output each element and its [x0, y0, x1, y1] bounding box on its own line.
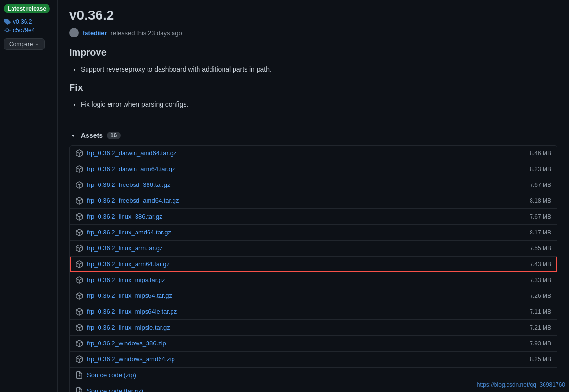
asset-left: Source code (zip): [75, 371, 136, 379]
sidebar: Latest release v0.36.2 c5c79e4 Compare: [0, 0, 58, 392]
asset-left: frp_0.36.2_linux_amd64.tar.gz: [75, 229, 171, 236]
asset-row[interactable]: frp_0.36.2_linux_arm.tar.gz 7.55 MB: [70, 241, 557, 257]
asset-left: Source code (tar.gz): [75, 387, 143, 392]
source-code-zip[interactable]: Source code (zip): [70, 368, 557, 383]
avatar: f: [69, 28, 79, 37]
fix-list: Fix logic error when parsing configs.: [69, 99, 557, 110]
package-icon: [75, 260, 83, 268]
asset-size: 7.33 MB: [530, 277, 551, 283]
watermark: https://blog.csdn.net/qq_36981760: [477, 381, 565, 388]
asset-left: frp_0.36.2_linux_arm.tar.gz: [75, 245, 163, 252]
asset-size: 8.46 MB: [530, 150, 551, 157]
package-icon: [75, 324, 83, 331]
release-timestamp: released this 23 days ago: [111, 29, 182, 37]
asset-filename: frp_0.36.2_linux_mipsle.tar.gz: [87, 324, 170, 331]
asset-filename: frp_0.36.2_linux_arm.tar.gz: [87, 245, 163, 252]
asset-size: 8.18 MB: [530, 197, 551, 204]
asset-row[interactable]: frp_0.36.2_darwin_arm64.tar.gz 8.23 MB: [70, 161, 557, 177]
asset-left: frp_0.36.2_linux_mipsle.tar.gz: [75, 324, 170, 331]
latest-release-badge: Latest release: [4, 4, 50, 13]
asset-row[interactable]: frp_0.36.2_linux_mips64le.tar.gz 7.11 MB: [70, 304, 557, 320]
asset-row[interactable]: frp_0.36.2_freebsd_386.tar.gz 7.67 MB: [70, 177, 557, 193]
package-icon: [75, 340, 83, 347]
commit-label: c5c79e4: [13, 27, 35, 34]
sidebar-tag[interactable]: v0.36.2: [4, 18, 53, 25]
asset-size: 7.11 MB: [530, 308, 551, 315]
divider: [69, 122, 557, 122]
asset-row[interactable]: frp_0.36.2_windows_amd64.zip 8.25 MB: [70, 352, 557, 368]
asset-size: 7.67 MB: [530, 182, 551, 188]
asset-size: 8.17 MB: [530, 229, 551, 236]
chevron-down-icon: [35, 42, 39, 47]
asset-size: 7.55 MB: [530, 245, 551, 252]
asset-left: frp_0.36.2_darwin_arm64.tar.gz: [75, 165, 175, 173]
asset-left: frp_0.36.2_windows_386.zip: [75, 340, 166, 347]
source-code-zip-label: Source code (zip): [87, 371, 136, 379]
package-icon: [75, 292, 83, 300]
release-body: Improve Support reverseproxy to dashboar…: [69, 47, 557, 110]
asset-size: 7.43 MB: [530, 261, 551, 268]
asset-filename: frp_0.36.2_windows_386.zip: [87, 340, 166, 347]
asset-size: 8.23 MB: [530, 166, 551, 172]
asset-size: 8.25 MB: [530, 356, 551, 363]
main-content: v0.36.2 f fatediier released this 23 day…: [58, 0, 569, 392]
asset-size: 7.93 MB: [530, 340, 551, 347]
release-author[interactable]: fatediier: [83, 29, 107, 37]
package-icon: [75, 245, 83, 252]
assets-header[interactable]: Assets 16: [69, 132, 557, 139]
package-icon: [75, 276, 83, 284]
asset-left: frp_0.36.2_darwin_amd64.tar.gz: [75, 149, 176, 157]
asset-left: frp_0.36.2_freebsd_amd64.tar.gz: [75, 197, 179, 205]
asset-filename: frp_0.36.2_linux_mips64le.tar.gz: [87, 308, 177, 315]
file-zip-icon: [75, 387, 83, 392]
asset-row[interactable]: frp_0.36.2_linux_amd64.tar.gz 8.17 MB: [70, 225, 557, 241]
improve-heading: Improve: [69, 47, 557, 58]
assets-count-badge: 16: [107, 132, 121, 139]
asset-filename: frp_0.36.2_linux_mips64.tar.gz: [87, 292, 172, 299]
asset-row[interactable]: frp_0.36.2_linux_mips64.tar.gz 7.26 MB: [70, 288, 557, 304]
asset-row[interactable]: frp_0.36.2_linux_mipsle.tar.gz 7.21 MB: [70, 320, 557, 336]
asset-size: 7.21 MB: [530, 324, 551, 331]
commit-icon: [4, 27, 11, 34]
asset-left: frp_0.36.2_freebsd_386.tar.gz: [75, 181, 170, 189]
tag-icon: [4, 18, 11, 25]
asset-filename: frp_0.36.2_darwin_amd64.tar.gz: [87, 149, 176, 157]
package-icon: [75, 197, 83, 205]
fix-item-1: Fix logic error when parsing configs.: [81, 99, 557, 110]
fix-heading: Fix: [69, 82, 557, 93]
asset-size: 7.26 MB: [530, 293, 551, 299]
asset-row[interactable]: frp_0.36.2_linux_386.tar.gz 7.67 MB: [70, 209, 557, 225]
asset-row[interactable]: frp_0.36.2_linux_mips.tar.gz 7.33 MB: [70, 272, 557, 288]
package-icon: [75, 181, 83, 189]
chevron-down-icon: [69, 132, 77, 139]
asset-left: frp_0.36.2_linux_arm64.tar.gz: [75, 260, 170, 268]
improve-item-1: Support reverseproxy to dashboard with a…: [81, 64, 557, 74]
asset-filename: frp_0.36.2_freebsd_386.tar.gz: [87, 181, 170, 188]
asset-row[interactable]: frp_0.36.2_darwin_amd64.tar.gz 8.46 MB: [70, 146, 557, 161]
package-icon: [75, 149, 83, 157]
tag-label: v0.36.2: [13, 18, 32, 25]
asset-left: frp_0.36.2_linux_mips.tar.gz: [75, 276, 165, 284]
package-icon: [75, 165, 83, 173]
asset-size: 7.67 MB: [530, 213, 551, 220]
asset-row[interactable]: frp_0.36.2_windows_386.zip 7.93 MB: [70, 336, 557, 352]
source-code-targz-label: Source code (tar.gz): [87, 387, 143, 392]
sidebar-commit[interactable]: c5c79e4: [4, 27, 53, 34]
asset-filename: frp_0.36.2_freebsd_amd64.tar.gz: [87, 197, 179, 204]
asset-row-highlighted[interactable]: frp_0.36.2_linux_arm64.tar.gz 7.43 MB: [70, 257, 557, 272]
release-meta: f fatediier released this 23 days ago: [69, 28, 557, 37]
asset-left: frp_0.36.2_linux_mips64.tar.gz: [75, 292, 172, 300]
release-title: v0.36.2: [69, 8, 557, 23]
package-icon: [75, 229, 83, 236]
asset-left: frp_0.36.2_linux_mips64le.tar.gz: [75, 308, 177, 316]
file-zip-icon: [75, 371, 83, 379]
asset-row[interactable]: frp_0.36.2_freebsd_amd64.tar.gz 8.18 MB: [70, 193, 557, 209]
improve-list: Support reverseproxy to dashboard with a…: [69, 64, 557, 74]
asset-filename: frp_0.36.2_linux_arm64.tar.gz: [87, 260, 170, 268]
compare-label: Compare: [9, 41, 33, 48]
compare-button[interactable]: Compare: [4, 38, 45, 50]
package-icon: [75, 355, 83, 363]
assets-label: Assets: [81, 132, 103, 139]
asset-filename: frp_0.36.2_darwin_arm64.tar.gz: [87, 165, 175, 172]
asset-left: frp_0.36.2_windows_amd64.zip: [75, 355, 175, 363]
